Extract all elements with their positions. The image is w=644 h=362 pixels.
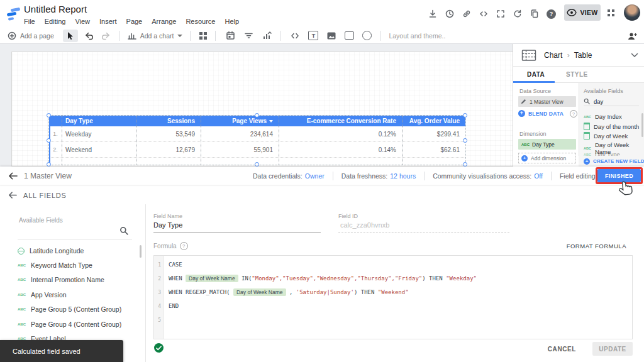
data-source-chip[interactable]: 1 Master View	[518, 96, 576, 107]
col-header-page-views[interactable]: Page Views	[201, 118, 279, 124]
editor-field-latitude-longitude[interactable]: Latitude Longitude	[18, 247, 84, 255]
back-arrow-icon[interactable]	[8, 172, 18, 180]
date-range-control-icon[interactable]	[226, 31, 235, 40]
add-person-icon[interactable]	[626, 31, 638, 40]
menu-view[interactable]: View	[75, 18, 90, 25]
community-visualizations-icon[interactable]	[199, 32, 203, 35]
field-item-day-of-month[interactable]: Day of the month	[584, 123, 639, 130]
data-control-icon[interactable]	[262, 31, 272, 40]
field-item-day-index[interactable]: ABC Day Index	[584, 113, 622, 120]
menu-page[interactable]: Page	[126, 18, 143, 25]
tab-style[interactable]: STYLE	[566, 71, 588, 78]
copy-report-icon[interactable]	[530, 9, 540, 19]
resize-handle[interactable]	[255, 113, 259, 118]
ellipse-tool-icon[interactable]	[362, 31, 372, 40]
data-freshness-value[interactable]: 12 hours	[390, 172, 416, 180]
search-icon	[584, 98, 590, 104]
pencil-icon[interactable]	[521, 99, 526, 104]
fullscreen-icon[interactable]	[496, 9, 506, 19]
avatar[interactable]	[624, 4, 640, 21]
image-tool-icon[interactable]	[326, 31, 336, 40]
format-formula-button[interactable]: FORMAT FORMULA	[567, 243, 626, 250]
field-search-input[interactable]: day	[584, 97, 639, 106]
text-tool-icon[interactable]: T	[308, 31, 318, 40]
col-header-avg-order[interactable]: Avg. Order Value	[402, 118, 465, 124]
refresh-icon[interactable]	[513, 9, 523, 19]
field-item-day-of-week[interactable]: Day of Week	[584, 132, 628, 140]
resize-handle[interactable]	[463, 162, 467, 167]
app-window: Untitled Report File Editing View Insert…	[0, 0, 644, 362]
formula-editor[interactable]: 1 2 3 4 5 CASE WHEN Day of Week Name IN(…	[153, 255, 633, 339]
apps-grid-icon[interactable]	[608, 9, 610, 12]
col-header-sessions[interactable]: Sessions	[136, 118, 201, 124]
datastudio-logo[interactable]	[6, 5, 21, 21]
code-keyword: WHEN	[169, 275, 186, 282]
editor-field-app-version[interactable]: ABC App Version	[18, 291, 67, 299]
dimension-chip[interactable]: ABC Day Type	[518, 139, 576, 150]
filter-control-icon[interactable]	[244, 31, 253, 40]
chevron-down-icon[interactable]	[631, 53, 638, 58]
add-chart-button[interactable]: Add a chart	[128, 31, 183, 40]
view-button[interactable]: VIEW	[564, 4, 601, 21]
editor-field-keyword-match-type[interactable]: ABC Keyword Match Type	[18, 261, 92, 269]
add-page-button[interactable]: Add a page	[8, 31, 54, 40]
menu-resource[interactable]: Resource	[186, 18, 215, 25]
field-id-label: Field ID	[338, 213, 358, 219]
resize-handle[interactable]	[255, 162, 259, 167]
data-credentials-value[interactable]: Owner	[305, 172, 325, 180]
editor-scrollbar[interactable]	[140, 245, 142, 258]
formula-help-icon[interactable]: ?	[180, 242, 188, 250]
undo-button[interactable]	[84, 31, 94, 40]
version-history-icon[interactable]	[445, 9, 455, 19]
update-button[interactable]: UPDATE	[592, 342, 633, 356]
resize-handle[interactable]	[463, 113, 467, 118]
table-chart[interactable]: Day Type Sessions Page Views E-commerce …	[49, 116, 465, 165]
field-name-input[interactable]: Day Type	[153, 221, 321, 233]
resize-handle[interactable]	[463, 138, 467, 143]
menu-file[interactable]: File	[24, 18, 35, 25]
menu-help[interactable]: Help	[225, 18, 239, 25]
menu-insert[interactable]: Insert	[99, 18, 117, 25]
create-new-field-label: CREATE NEW FIELD	[593, 158, 644, 164]
breadcrumb-table: Table	[574, 51, 592, 60]
create-new-field-button[interactable]: + CREATE NEW FIELD	[579, 156, 644, 167]
back-arrow-icon[interactable]	[8, 191, 17, 199]
caret-down-icon	[177, 35, 182, 37]
download-icon[interactable]	[428, 9, 438, 19]
help-icon[interactable]: ?	[547, 9, 556, 19]
editor-field-page-group-5[interactable]: ABC Page Group 5 (Content Group)	[18, 305, 121, 313]
embed-url-icon[interactable]	[290, 31, 300, 40]
resize-handle[interactable]	[47, 162, 51, 167]
blend-help-icon[interactable]: ?	[570, 110, 577, 118]
add-dimension-button[interactable]: + Add dimension	[518, 153, 576, 163]
cell-conv-rate: 0.12%	[279, 131, 402, 138]
tab-data[interactable]: DATA	[527, 71, 545, 78]
field-chip[interactable]: Day of Week Name	[186, 275, 238, 282]
breadcrumb-chart[interactable]: Chart	[544, 51, 562, 60]
col-header-conv-rate[interactable]: E-commerce Conversion Rate	[279, 118, 402, 124]
select-tool-button[interactable]	[63, 30, 78, 42]
row-number: 2.	[49, 146, 62, 153]
cancel-button[interactable]: CANCEL	[548, 346, 576, 353]
menu-arrange[interactable]: Arrange	[152, 18, 176, 25]
data-freshness-label: Data freshness:	[341, 172, 388, 180]
community-viz-value[interactable]: Off	[534, 172, 543, 180]
menu-editing[interactable]: Editing	[45, 18, 66, 25]
rectangle-tool-icon[interactable]	[345, 31, 354, 40]
embed-report-icon[interactable]	[479, 9, 489, 19]
editor-field-page-group-4[interactable]: ABC Page Group 4 (Content Group)	[18, 321, 121, 328]
formula-code[interactable]: CASE WHEN Day of Week Name IN("Monday","…	[164, 256, 632, 339]
col-header-day-type[interactable]: Day Type	[62, 118, 136, 124]
resize-handle[interactable]	[47, 138, 51, 143]
resize-handle[interactable]	[47, 113, 51, 118]
search-icon[interactable]	[119, 226, 128, 235]
formula-label: Formula	[153, 243, 177, 250]
layout-theme-button[interactable]: Layout and theme..	[389, 32, 445, 40]
redo-button[interactable]	[101, 31, 111, 40]
data-freshness: Data freshness: 12 hours	[341, 172, 416, 180]
all-fields-label[interactable]: ALL FIELDS	[23, 192, 67, 199]
field-chip[interactable]: Day of Week Name	[233, 288, 286, 296]
link-icon[interactable]	[462, 9, 472, 19]
editor-field-internal-promotion-name[interactable]: ABC Internal Promotion Name	[18, 276, 104, 283]
panel-scrollbar[interactable]	[641, 113, 643, 137]
